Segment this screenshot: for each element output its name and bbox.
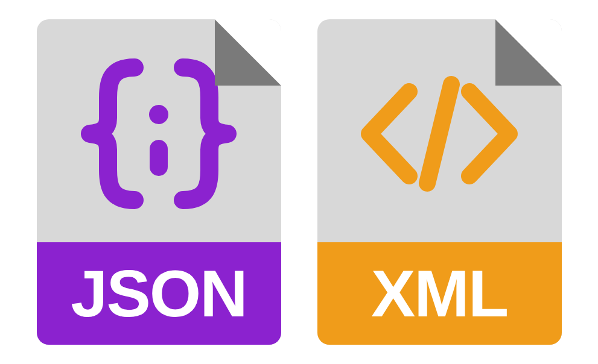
svg-rect-1 [150,140,168,176]
svg-point-0 [149,105,168,124]
file-xml-label: XML [371,260,507,327]
file-xml-label-band: XML [317,242,562,345]
angle-brackets-icon [349,67,530,200]
file-json: JSON [37,19,281,345]
file-json-label: JSON [71,260,247,327]
file-xml: XML [317,19,562,345]
page-corner-cut [215,19,281,86]
file-json-label-band: JSON [37,242,281,345]
page-corner-cut [495,19,562,86]
